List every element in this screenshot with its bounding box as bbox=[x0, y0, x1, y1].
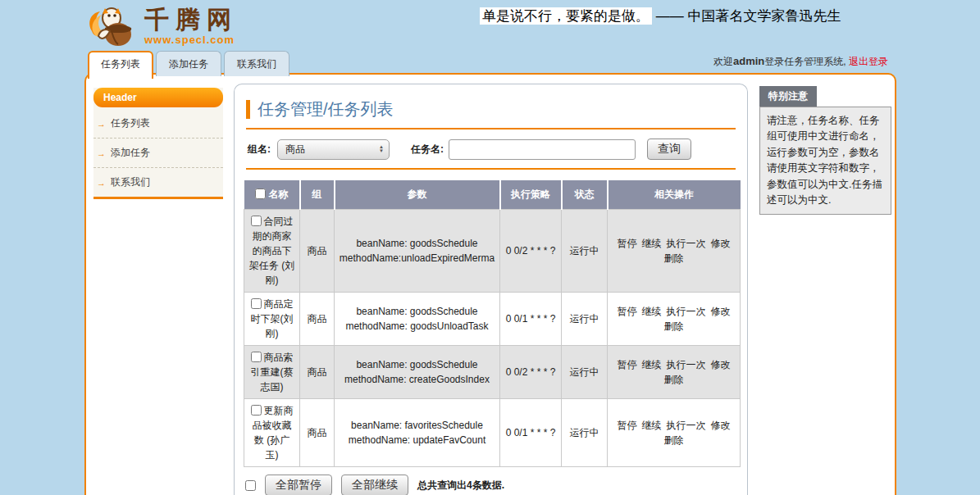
motto-attribution: —— 中国著名文学家鲁迅先生 bbox=[656, 8, 841, 24]
squirrel-mascot-icon bbox=[87, 3, 139, 49]
action-link[interactable]: 修改 bbox=[711, 238, 731, 249]
welcome-suffix: 登录任务管理系统, bbox=[764, 56, 846, 67]
action-link[interactable]: 继续 bbox=[642, 359, 662, 370]
select-all-checkbox[interactable] bbox=[255, 188, 266, 199]
logo-subtitle: www.specl.com bbox=[144, 34, 238, 46]
notice-body: 请注意，任务名称、任务组可使用中文进行命名，运行参数可为空，参数名请使用英文字符… bbox=[759, 107, 891, 215]
table-row: 商品定时下架(刘刚) 商品 beanName: goodsSchedulemet… bbox=[244, 293, 741, 346]
select-spinner-icon: ▲▼ bbox=[379, 145, 389, 153]
task-param-method: methodName:unloadExpiredMerma bbox=[337, 251, 497, 266]
logo-title: 千腾网 bbox=[144, 7, 238, 32]
row-actions: 暂停继续执行一次修改删除 bbox=[608, 399, 741, 467]
col-name: 名称 bbox=[269, 188, 289, 200]
arrow-icon: → bbox=[97, 148, 106, 158]
action-link[interactable]: 执行一次 bbox=[667, 238, 706, 249]
task-status: 运行中 bbox=[562, 210, 608, 293]
notice-panel: 特别注意 请注意，任务名称、任务组可使用中文进行命名，运行参数可为空，参数名请使… bbox=[759, 86, 891, 215]
logout-link[interactable]: 退出登录 bbox=[849, 56, 888, 67]
page-title: 任务管理/任务列表 bbox=[246, 98, 736, 120]
col-operations: 相关操作 bbox=[608, 180, 741, 210]
sidebar-item-label: 联系我们 bbox=[111, 175, 150, 189]
top-tabs: 任务列表 添加任务 联系我们 bbox=[88, 51, 289, 76]
action-link[interactable]: 执行一次 bbox=[667, 359, 706, 370]
table-row: 商品索引重建(蔡志国) 商品 beanName: goodsScheduleme… bbox=[244, 346, 741, 399]
task-table-body: 合同过期的商家的商品下架任务 (刘刚) 商品 beanName: goodsSc… bbox=[244, 210, 741, 467]
action-link[interactable]: 继续 bbox=[642, 306, 662, 317]
action-link[interactable]: 修改 bbox=[711, 359, 731, 370]
result-count-text: 总共查询出4条数据. bbox=[417, 479, 504, 493]
task-param-method: methodName: goodsUnloadTask bbox=[337, 319, 497, 334]
action-link[interactable]: 修改 bbox=[711, 306, 731, 317]
table-row: 合同过期的商家的商品下架任务 (刘刚) 商品 beanName: goodsSc… bbox=[244, 210, 741, 293]
resume-all-button[interactable]: 全部继续 bbox=[341, 475, 408, 495]
row-actions: 暂停继续执行一次修改删除 bbox=[608, 210, 741, 293]
task-param-bean: beanName: goodsSchedule bbox=[337, 236, 497, 251]
task-group: 商品 bbox=[300, 399, 335, 467]
task-name-input[interactable] bbox=[449, 139, 636, 160]
task-strategy: 0 0/2 * * * ? bbox=[500, 346, 562, 399]
task-strategy: 0 0/1 * * * ? bbox=[500, 293, 562, 346]
username: admin bbox=[733, 55, 764, 67]
notice-title: 特别注意 bbox=[759, 86, 817, 107]
col-params: 参数 bbox=[335, 180, 500, 210]
sidebar-item-label: 任务列表 bbox=[111, 116, 150, 130]
sidebar-item-add-task[interactable]: → 添加任务 bbox=[93, 139, 223, 168]
arrow-icon: → bbox=[97, 119, 106, 129]
left-sidebar: Header → 任务列表 → 添加任务 → 联系我们 bbox=[93, 88, 223, 199]
action-link[interactable]: 删除 bbox=[664, 320, 684, 332]
task-panel: 任务管理/任务列表 组名: 商品 ▲▼ 任务名: 查询 名称 组 参数 bbox=[234, 84, 748, 495]
sidebar-item-task-list[interactable]: → 任务列表 bbox=[93, 109, 223, 139]
action-link[interactable]: 暂停 bbox=[618, 420, 637, 431]
query-button[interactable]: 查询 bbox=[647, 139, 691, 160]
task-param-method: methodName: updateFavCount bbox=[337, 433, 497, 447]
task-status: 运行中 bbox=[562, 399, 608, 467]
row-checkbox[interactable] bbox=[251, 352, 262, 362]
task-table: 名称 组 参数 执行策略 状态 相关操作 合同过期的商家的商品下架任务 (刘刚)… bbox=[244, 180, 741, 467]
motto-banner: 单是说不行，要紧的是做。 —— 中国著名文学家鲁迅先生 bbox=[480, 7, 841, 25]
task-param-bean: beanName: favoritesSchedule bbox=[337, 418, 497, 433]
task-group: 商品 bbox=[300, 346, 335, 399]
action-link[interactable]: 删除 bbox=[664, 374, 684, 385]
group-select-value: 商品 bbox=[278, 143, 305, 157]
pause-all-button[interactable]: 全部暂停 bbox=[265, 475, 332, 495]
action-link[interactable]: 删除 bbox=[664, 252, 684, 264]
site-logo[interactable]: 千腾网 www.specl.com bbox=[87, 3, 238, 49]
sidebar-header: Header bbox=[93, 88, 223, 107]
motto-text: 单是说不行，要紧的是做。 bbox=[480, 7, 652, 25]
task-strategy: 0 0/2 * * * ? bbox=[500, 210, 562, 293]
action-link[interactable]: 修改 bbox=[711, 420, 731, 431]
task-group: 商品 bbox=[300, 210, 335, 293]
group-select[interactable]: 商品 ▲▼ bbox=[277, 139, 390, 160]
table-footer: 全部暂停 全部继续 总共查询出4条数据. bbox=[245, 475, 736, 495]
row-checkbox[interactable] bbox=[251, 298, 262, 309]
tab-contact-us[interactable]: 联系我们 bbox=[224, 51, 289, 76]
action-link[interactable]: 执行一次 bbox=[667, 420, 706, 431]
filter-bar: 组名: 商品 ▲▼ 任务名: 查询 bbox=[248, 139, 734, 160]
action-link[interactable]: 暂停 bbox=[618, 359, 637, 370]
col-group: 组 bbox=[300, 180, 335, 210]
task-param-bean: beanName: goodsSchedule bbox=[337, 357, 497, 372]
row-actions: 暂停继续执行一次修改删除 bbox=[608, 346, 741, 399]
task-strategy: 0 0/1 * * * ? bbox=[500, 399, 562, 467]
row-checkbox[interactable] bbox=[251, 405, 262, 416]
col-status: 状态 bbox=[562, 180, 608, 210]
action-link[interactable]: 暂停 bbox=[618, 306, 637, 317]
tab-task-list[interactable]: 任务列表 bbox=[88, 51, 153, 79]
action-link[interactable]: 继续 bbox=[642, 420, 662, 431]
action-link[interactable]: 暂停 bbox=[618, 238, 637, 249]
divider bbox=[246, 168, 736, 170]
footer-select-checkbox[interactable] bbox=[245, 480, 256, 491]
sidebar-item-contact-us[interactable]: → 联系我们 bbox=[93, 168, 223, 197]
action-link[interactable]: 继续 bbox=[642, 238, 662, 249]
welcome-bar: 欢迎admin登录任务管理系统, 退出登录 bbox=[713, 55, 888, 69]
action-link[interactable]: 删除 bbox=[664, 434, 684, 446]
row-actions: 暂停继续执行一次修改删除 bbox=[608, 293, 741, 346]
table-row: 更新商品被收藏数 (孙广玉) 商品 beanName: favoritesSch… bbox=[244, 399, 741, 467]
row-checkbox[interactable] bbox=[251, 216, 262, 226]
action-link[interactable]: 执行一次 bbox=[667, 306, 706, 317]
task-group: 商品 bbox=[300, 293, 335, 346]
task-name-label: 任务名: bbox=[411, 143, 444, 157]
col-strategy: 执行策略 bbox=[500, 180, 562, 210]
task-param-method: methodName: createGoodsIndex bbox=[337, 372, 497, 387]
tab-add-task[interactable]: 添加任务 bbox=[156, 51, 221, 76]
